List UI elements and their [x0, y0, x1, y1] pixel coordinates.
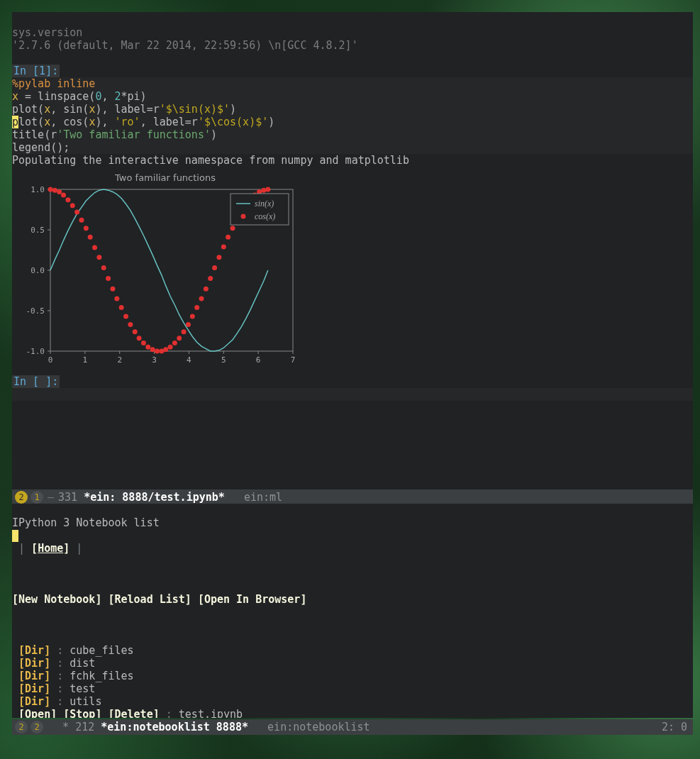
dir-button[interactable]: [Dir] [18, 644, 50, 657]
svg-point-52 [155, 349, 160, 354]
home-link[interactable]: Home [38, 542, 63, 555]
code-magic: %pylab inline [12, 77, 95, 90]
modeline-window-count: 2 [15, 491, 28, 504]
svg-point-33 [70, 203, 75, 208]
list-item: [Dir] : dist [12, 657, 693, 670]
svg-point-45 [123, 314, 128, 318]
modeline-window-count: 2 [15, 721, 28, 733]
dir-button[interactable]: [Dir] [18, 657, 50, 670]
output-line: sys.version [12, 26, 693, 39]
new-notebook-button[interactable]: [New Notebook] [12, 593, 101, 606]
major-mode: ein:ml [244, 491, 282, 504]
empty-code-cell[interactable] [12, 388, 693, 401]
nb-name: test.ipynb [179, 708, 243, 718]
dir-button[interactable]: [Dir] [18, 670, 50, 682]
buffer-name: *ein: 8888/test.ipynb* [84, 491, 225, 504]
dir-name: test [70, 682, 95, 695]
svg-text:cos(x): cos(x) [255, 211, 275, 221]
major-mode: ein:notebooklist [267, 721, 370, 733]
svg-text:-0.5: -0.5 [26, 306, 45, 316]
svg-point-81 [241, 214, 246, 219]
svg-point-50 [145, 345, 150, 350]
svg-point-39 [96, 255, 101, 260]
svg-point-32 [65, 197, 70, 202]
svg-point-40 [101, 265, 106, 270]
list-item: [Open] [Stop] [Delete] : test.ipynb [12, 708, 693, 718]
svg-point-49 [141, 340, 146, 345]
svg-text:0: 0 [48, 355, 53, 365]
open-in-browser-button[interactable]: [Open In Browser] [198, 593, 307, 606]
dir-button[interactable]: [Dir] [18, 695, 50, 708]
svg-point-65 [212, 265, 217, 270]
svg-point-54 [163, 347, 168, 352]
delete-button[interactable]: [Delete] [108, 708, 159, 718]
open-button[interactable]: [Open] [18, 708, 57, 718]
notebook-pane[interactable]: sys.version '2.7.6 (default, Mar 22 2014… [12, 12, 693, 489]
svg-point-44 [119, 305, 124, 310]
modeline-size: 331 [58, 491, 77, 504]
svg-point-35 [79, 218, 84, 223]
svg-text:0.0: 0.0 [30, 266, 45, 275]
svg-point-55 [168, 345, 173, 350]
svg-point-30 [57, 189, 62, 194]
svg-point-31 [61, 192, 66, 197]
svg-text:7: 7 [291, 355, 296, 365]
modeline-top: 2 1 — 331 *ein: 8888/test.ipynb* ein:ml … [12, 489, 693, 505]
in-prompt-blank: In [ ]: [12, 375, 60, 388]
in-prompt-1: In [1]: [12, 65, 60, 77]
svg-text:5: 5 [221, 355, 226, 365]
dir-name: utils [70, 695, 101, 708]
svg-point-66 [216, 255, 221, 260]
svg-text:sin(x): sin(x) [255, 199, 274, 209]
code-cell-1[interactable]: %pylab inline x = linspace(0, 2*pi) plot… [12, 77, 693, 154]
svg-point-48 [137, 336, 142, 340]
svg-point-38 [92, 245, 97, 250]
svg-point-62 [199, 296, 204, 301]
svg-point-61 [194, 305, 199, 310]
svg-point-42 [110, 287, 115, 292]
svg-point-69 [230, 226, 235, 231]
svg-point-56 [172, 340, 177, 345]
svg-point-28 [48, 187, 53, 192]
svg-point-59 [186, 322, 191, 327]
svg-text:2: 2 [117, 355, 122, 365]
svg-text:0.5: 0.5 [30, 226, 45, 235]
svg-point-76 [261, 188, 266, 193]
svg-text:1.0: 1.0 [30, 185, 45, 194]
list-item: [Dir] : cube_files [12, 644, 693, 657]
reload-list-button[interactable]: [Reload List] [108, 593, 191, 606]
modeline-window-index: 1 [30, 491, 43, 504]
svg-text:3: 3 [152, 355, 157, 365]
svg-point-46 [128, 322, 133, 327]
svg-point-77 [265, 187, 270, 192]
stop-button[interactable]: [Stop] [63, 708, 101, 718]
svg-point-63 [204, 287, 209, 292]
chart-svg: Two familiar functions01234567-1.0-0.50.… [16, 170, 300, 368]
dir-name: dist [70, 657, 95, 670]
output-line: '2.7.6 (default, Mar 22 2014, 22:59:56) … [12, 39, 693, 52]
populating-output: Populating the interactive namespace fro… [12, 154, 693, 167]
svg-point-47 [133, 329, 138, 334]
buffer-name: *ein:notebooklist 8888* [101, 721, 248, 733]
dir-button[interactable]: [Dir] [18, 682, 50, 695]
svg-point-29 [52, 188, 57, 193]
modeline-size: 212 [75, 721, 94, 733]
cursor-pos: 2: 0 [662, 721, 687, 733]
cursor: p [12, 116, 18, 128]
svg-text:-1.0: -1.0 [26, 347, 45, 356]
svg-point-64 [208, 276, 213, 281]
list-item: [Dir] : fchk_files [12, 670, 693, 682]
svg-point-51 [150, 347, 155, 352]
svg-point-67 [221, 244, 226, 249]
notebooklist-pane[interactable]: IPython 3 Notebook list | [Home] | [New … [12, 504, 693, 718]
list-item: [Dir] : utils [12, 695, 693, 708]
cursor-bottom [12, 530, 18, 542]
svg-point-60 [190, 314, 195, 318]
dir-name: fchk_files [70, 670, 133, 682]
svg-point-41 [106, 276, 111, 281]
svg-point-57 [177, 336, 182, 340]
svg-point-58 [182, 329, 187, 334]
notebooklist-title: IPython 3 Notebook list [12, 516, 693, 529]
svg-point-37 [88, 235, 93, 240]
dir-name: cube_files [70, 644, 133, 657]
